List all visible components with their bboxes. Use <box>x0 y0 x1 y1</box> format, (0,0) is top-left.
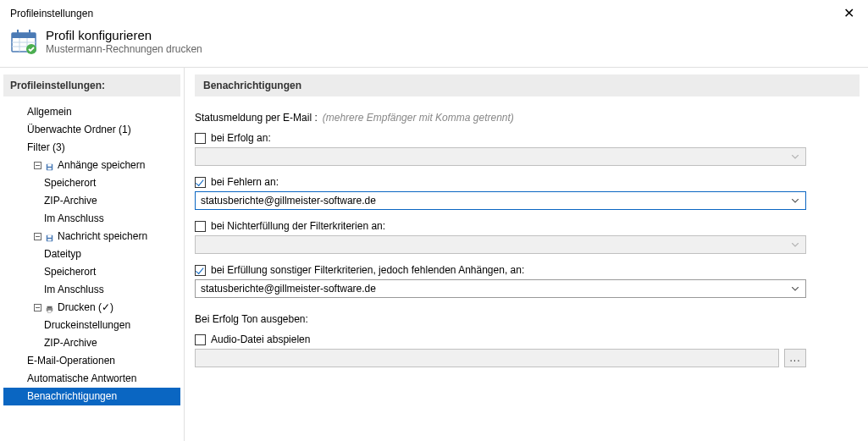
sidebar-item-label: E-Mail-Operationen <box>27 355 115 367</box>
sidebar-item-label: ZIP-Archive <box>44 337 97 349</box>
field-3-combo[interactable]: statusberichte@gillmeister-software.de <box>195 279 806 298</box>
field-3-label: bei Erfüllung sonstiger Filterkriterien,… <box>211 264 524 276</box>
sidebar-item-label: Speicherort <box>44 177 96 189</box>
field-1-checkbox[interactable] <box>195 177 206 188</box>
sidebar-item-label: Im Anschluss <box>44 212 104 224</box>
sidebar-item-label: Automatische Antworten <box>27 372 136 384</box>
window-title: Profileinstellungen <box>10 8 93 19</box>
sidebar-item-15[interactable]: Automatische Antworten <box>3 370 180 388</box>
sidebar-item-label: Im Anschluss <box>44 284 104 295</box>
field-1-label: bei Fehlern an: <box>211 176 279 188</box>
sidebar-item-label: Druckeinstellungen <box>44 319 130 331</box>
expander-icon[interactable] <box>34 233 41 240</box>
page-subtitle: Mustermann-Rechnungen drucken <box>46 43 202 55</box>
svg-rect-10 <box>47 164 52 167</box>
svg-rect-1 <box>12 33 36 38</box>
sidebar-item-label: Speicherort <box>44 266 96 278</box>
section-header: Benachrichtigungen <box>195 74 860 96</box>
field-0-label: bei Erfolg an: <box>211 132 271 144</box>
page-title: Profil konfigurieren <box>46 28 202 42</box>
sidebar-item-label: Allgemein <box>27 106 72 118</box>
sidebar-item-4[interactable]: Speicherort <box>3 174 180 192</box>
sidebar-item-label: Überwachte Ordner (1) <box>27 124 131 135</box>
sidebar-item-label: ZIP-Archive <box>44 195 97 207</box>
sidebar-item-14[interactable]: E-Mail-Operationen <box>3 352 180 370</box>
svg-rect-14 <box>47 239 52 240</box>
sidebar-header: Profileinstellungen: <box>3 74 180 96</box>
sound-group-label: Bei Erfolg Ton ausgeben: <box>195 313 860 325</box>
svg-rect-11 <box>47 168 52 169</box>
calendar-icon <box>10 28 37 55</box>
field-2-checkbox[interactable] <box>195 221 206 232</box>
group-hint: (mehrere Empfänger mit Komma getrennt) <box>323 112 514 124</box>
chevron-down-icon[interactable] <box>788 192 802 209</box>
chevron-down-icon[interactable] <box>788 280 802 297</box>
sidebar-item-label: Nachricht speichern <box>58 230 147 243</box>
field-0-combo <box>195 147 806 166</box>
sidebar-item-10[interactable]: Im Anschluss <box>3 281 180 299</box>
close-icon[interactable]: ✕ <box>838 5 860 21</box>
svg-rect-13 <box>47 235 52 238</box>
field-0-checkbox[interactable] <box>195 133 206 144</box>
field-3-checkbox[interactable] <box>195 265 206 276</box>
audio-checkbox[interactable] <box>195 334 206 345</box>
sidebar-item-8[interactable]: Dateityp <box>3 245 180 263</box>
svg-rect-17 <box>47 310 52 312</box>
browse-button[interactable]: ... <box>784 349 806 367</box>
field-1-combo[interactable]: statusberichte@gillmeister-software.de <box>195 191 806 210</box>
save-icon <box>46 233 53 240</box>
sidebar-item-label: Benachrichtigungen <box>27 390 117 402</box>
sidebar-item-16[interactable]: Benachrichtigungen <box>3 388 180 405</box>
sidebar-item-1[interactable]: Überwachte Ordner (1) <box>3 121 180 139</box>
audio-file-input[interactable] <box>195 349 779 367</box>
sidebar-item-11[interactable]: Drucken (✓) <box>3 299 180 317</box>
sidebar-item-9[interactable]: Speicherort <box>3 263 180 281</box>
audio-checkbox-label: Audio-Datei abspielen <box>211 334 310 345</box>
sidebar-item-label: Filter (3) <box>27 141 65 153</box>
chevron-down-icon <box>788 148 802 165</box>
expander-icon[interactable] <box>34 304 41 311</box>
field-2-label: bei Nichterfüllung der Filterkriterien a… <box>211 220 385 232</box>
sidebar-item-label: Dateityp <box>44 248 81 260</box>
sidebar-item-2[interactable]: Filter (3) <box>3 139 180 157</box>
sidebar-item-label: Drucken (✓) <box>58 301 113 314</box>
sidebar-item-0[interactable]: Allgemein <box>3 103 180 121</box>
sidebar-item-7[interactable]: Nachricht speichern <box>3 228 180 245</box>
svg-rect-15 <box>47 306 53 308</box>
sidebar-item-12[interactable]: Druckeinstellungen <box>3 317 180 334</box>
sidebar-item-6[interactable]: Im Anschluss <box>3 210 180 228</box>
print-icon <box>46 304 53 311</box>
sidebar: Profileinstellungen: AllgemeinÜberwachte… <box>0 68 185 441</box>
sidebar-item-label: Anhänge speichern <box>58 159 145 172</box>
content-panel: Benachrichtigungen Statusmeldung per E-M… <box>185 68 868 441</box>
field-1-value: statusberichte@gillmeister-software.de <box>201 195 788 207</box>
sidebar-item-13[interactable]: ZIP-Archive <box>3 334 180 352</box>
sidebar-item-5[interactable]: ZIP-Archive <box>3 192 180 210</box>
group-label: Statusmeldung per E-Mail : <box>195 112 318 124</box>
expander-icon[interactable] <box>34 162 41 169</box>
field-3-value: statusberichte@gillmeister-software.de <box>201 283 788 295</box>
save-icon <box>46 162 53 169</box>
chevron-down-icon <box>788 236 802 253</box>
sidebar-item-3[interactable]: Anhänge speichern <box>3 157 180 174</box>
field-2-combo <box>195 235 806 254</box>
